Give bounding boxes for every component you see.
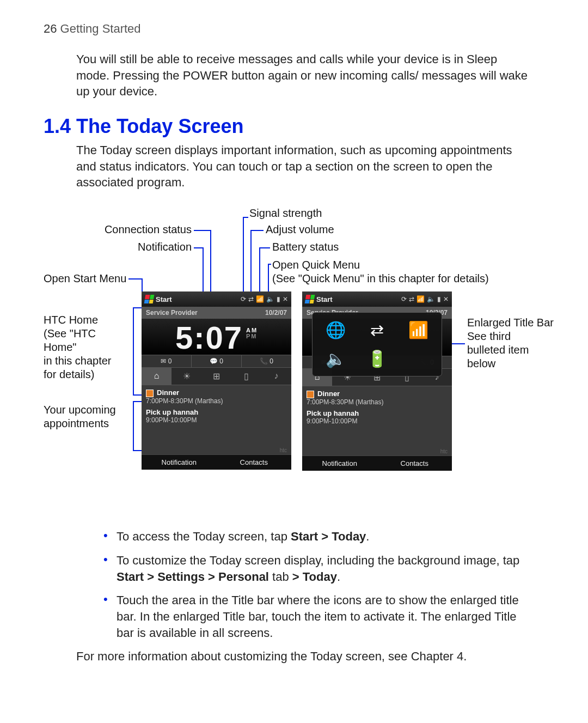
leader-line — [194, 230, 210, 231]
htc-logo: htc — [302, 447, 452, 455]
leader-line — [203, 247, 204, 292]
notification-icon: ⇄ — [409, 295, 414, 303]
battery-icon: ▮ — [277, 295, 280, 303]
phone-screenshot-left: Start ⟳ ⇄ 📶 🔈 ▮ ✕ Service Provider 10/2/… — [142, 291, 291, 470]
section-heading: 1.4 The Today Screen — [44, 115, 544, 138]
service-provider: Service Provider — [146, 309, 198, 317]
leader-line — [243, 217, 244, 292]
quick-menu-icon: ✕ — [283, 295, 288, 303]
msg-count: 💬 0 — [192, 355, 242, 367]
leader-line — [133, 401, 142, 402]
calendar-icon — [146, 390, 154, 397]
connection-icon: ⟳ — [401, 295, 407, 303]
provider-bar: Service Provider 10/2/07 — [142, 307, 291, 319]
intro-paragraph: You will still be able to receive messag… — [76, 51, 534, 100]
bullet-item: Touch the area in the Title bar where th… — [103, 592, 534, 641]
leader-line — [250, 230, 264, 231]
bullet-item: To customize the Today screen display, i… — [103, 552, 534, 585]
title-bar: Start ⟳ ⇄ 📶 🔈 ▮ ✕ — [142, 291, 291, 307]
windows-flag-icon — [144, 295, 155, 303]
overlay-connection-icon: 🌐 — [326, 320, 346, 339]
section-paragraph: The Today screen displays important info… — [76, 142, 534, 191]
leader-line — [133, 394, 142, 396]
callout-connection-status: Connection status — [98, 223, 192, 236]
leader-line — [243, 217, 248, 218]
start-label: Start — [316, 295, 333, 303]
page-number: 26 — [44, 22, 57, 35]
callout-signal-strength: Signal strength — [249, 207, 322, 220]
volume-icon: 🔈 — [266, 295, 274, 303]
leader-line — [133, 401, 134, 450]
quick-menu-icon: ✕ — [443, 295, 449, 303]
tab-apps: ⊞ — [201, 368, 231, 385]
leader-line — [133, 307, 142, 308]
softkey-bar: Notification Contacts — [142, 454, 291, 470]
callout-battery-status: Battery status — [272, 241, 339, 253]
tab-phone: ▯ — [231, 368, 261, 385]
tab-home: ⌂ — [142, 368, 171, 385]
signal-icon: 📶 — [256, 295, 264, 303]
leader-line — [268, 264, 271, 265]
leader-line — [259, 247, 260, 292]
connection-icon: ⟳ — [241, 295, 246, 303]
leader-line — [210, 230, 211, 292]
chapter-title: Getting Started — [60, 22, 141, 35]
callout-enlarged-title-bar: Enlarged Title Bar See third bulleted it… — [467, 316, 560, 370]
page-header: 26 Getting Started — [44, 22, 544, 36]
callout-open-quick-menu: Open Quick Menu (See "Quick Menu" in thi… — [272, 258, 544, 285]
callout-adjust-volume: Adjust volume — [266, 223, 334, 236]
leader-line — [128, 278, 142, 280]
softkey-bar: Notification Contacts — [302, 455, 452, 471]
battery-icon: ▮ — [437, 295, 441, 303]
leader-line — [250, 230, 252, 292]
calendar-icon — [307, 391, 314, 398]
softkey-right: Contacts — [217, 455, 292, 470]
callout-notification: Notification — [132, 241, 192, 253]
leader-line — [194, 247, 203, 248]
tab-weather: ☀ — [171, 368, 201, 385]
enlarged-title-bar-overlay: 🌐 ⇄ 📶 🔈 🔋 — [312, 312, 442, 376]
htc-home-tabs: ⌂ ☀ ⊞ ▯ ♪ — [142, 368, 291, 385]
callout-upcoming-appointments: Your upcoming appointments — [44, 403, 131, 430]
overlay-data-icon: ⇄ — [370, 320, 384, 339]
mail-count: ✉ 0 — [142, 355, 192, 367]
closing-paragraph: For more information about customizing t… — [76, 648, 534, 665]
date: 10/2/07 — [265, 309, 287, 317]
overlay-battery-icon: 🔋 — [367, 349, 387, 368]
clock-time: 5:07 — [175, 322, 243, 354]
leader-line — [259, 247, 270, 248]
start-label: Start — [156, 295, 172, 303]
softkey-left: Notification — [302, 456, 377, 471]
upcoming-appointments: Dinner 7:00PM-8:30PM (Marthas) Pick up h… — [302, 386, 452, 447]
softkey-left: Notification — [142, 455, 217, 470]
title-bar: Start ⟳ ⇄ 📶 🔈 ▮ ✕ — [302, 291, 452, 307]
bullet-item: To access the Today screen, tap Start > … — [103, 528, 534, 545]
overlay-signal-icon: 📶 — [408, 320, 428, 339]
call-count: 📞 0 — [242, 355, 291, 367]
upcoming-appointments: Dinner 7:00PM-8:30PM (Marthas) Pick up h… — [142, 385, 291, 446]
callout-htc-home: HTC Home (See "HTC Home" in this chapter… — [44, 313, 131, 381]
windows-flag-icon — [305, 295, 315, 303]
bullet-list: To access the Today screen, tap Start > … — [103, 528, 534, 641]
signal-icon: 📶 — [416, 295, 425, 303]
notification-icon: ⇄ — [248, 295, 254, 303]
clock-panel: 5:07 AM PM — [142, 319, 291, 355]
phone-screenshot-right: Start ⟳ ⇄ 📶 🔈 ▮ ✕ Service Provider 10/2/… — [302, 291, 452, 471]
volume-icon: 🔈 — [427, 295, 435, 303]
counter-row: ✉ 0 💬 0 📞 0 — [142, 355, 291, 368]
callout-open-start-menu: Open Start Menu — [44, 272, 126, 285]
softkey-right: Contacts — [377, 456, 452, 471]
htc-logo: htc — [142, 446, 291, 454]
leader-line — [133, 307, 134, 394]
tab-music: ♪ — [261, 368, 291, 385]
today-screen-diagram: Signal strength Connection status Adjust… — [44, 207, 550, 512]
leader-line — [133, 450, 142, 451]
leader-line — [268, 264, 269, 292]
overlay-volume-icon: 🔈 — [326, 349, 346, 368]
